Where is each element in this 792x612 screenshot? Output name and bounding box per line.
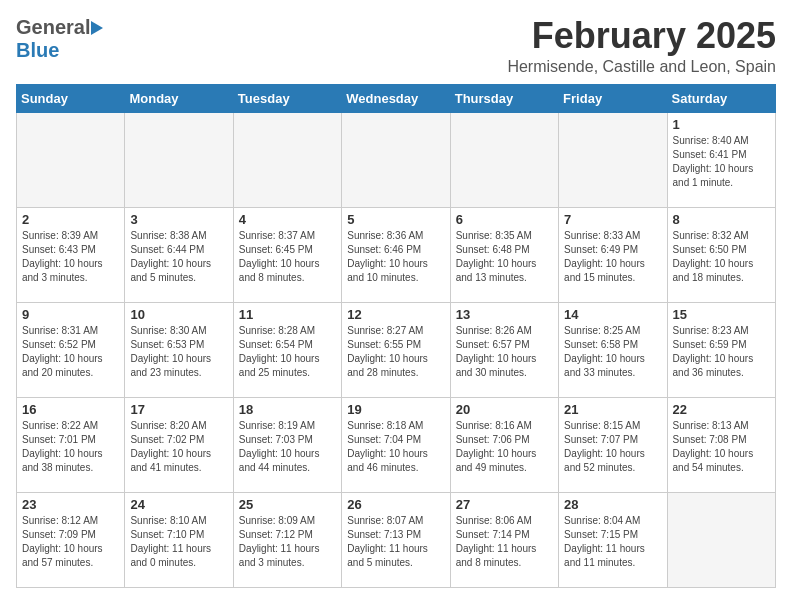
day-info: Sunrise: 8:22 AM Sunset: 7:01 PM Dayligh… [22, 419, 119, 475]
day-info: Sunrise: 8:20 AM Sunset: 7:02 PM Dayligh… [130, 419, 227, 475]
day-info: Sunrise: 8:32 AM Sunset: 6:50 PM Dayligh… [673, 229, 770, 285]
month-title: February 2025 [507, 16, 776, 56]
day-info: Sunrise: 8:18 AM Sunset: 7:04 PM Dayligh… [347, 419, 444, 475]
calendar-day-cell: 8Sunrise: 8:32 AM Sunset: 6:50 PM Daylig… [667, 207, 775, 302]
calendar-day-cell: 27Sunrise: 8:06 AM Sunset: 7:14 PM Dayli… [450, 492, 558, 587]
calendar-header-row: SundayMondayTuesdayWednesdayThursdayFrid… [17, 84, 776, 112]
calendar-day-cell [667, 492, 775, 587]
day-number: 17 [130, 402, 227, 417]
calendar-day-cell: 17Sunrise: 8:20 AM Sunset: 7:02 PM Dayli… [125, 397, 233, 492]
day-info: Sunrise: 8:16 AM Sunset: 7:06 PM Dayligh… [456, 419, 553, 475]
calendar-day-cell: 13Sunrise: 8:26 AM Sunset: 6:57 PM Dayli… [450, 302, 558, 397]
day-info: Sunrise: 8:31 AM Sunset: 6:52 PM Dayligh… [22, 324, 119, 380]
logo: General Blue [16, 16, 103, 62]
calendar-day-cell: 25Sunrise: 8:09 AM Sunset: 7:12 PM Dayli… [233, 492, 341, 587]
day-number: 26 [347, 497, 444, 512]
day-number: 16 [22, 402, 119, 417]
day-info: Sunrise: 8:36 AM Sunset: 6:46 PM Dayligh… [347, 229, 444, 285]
calendar-day-cell: 9Sunrise: 8:31 AM Sunset: 6:52 PM Daylig… [17, 302, 125, 397]
weekday-header-saturday: Saturday [667, 84, 775, 112]
day-number: 22 [673, 402, 770, 417]
calendar-day-cell: 11Sunrise: 8:28 AM Sunset: 6:54 PM Dayli… [233, 302, 341, 397]
weekday-header-tuesday: Tuesday [233, 84, 341, 112]
calendar-day-cell: 18Sunrise: 8:19 AM Sunset: 7:03 PM Dayli… [233, 397, 341, 492]
weekday-header-monday: Monday [125, 84, 233, 112]
day-number: 19 [347, 402, 444, 417]
weekday-header-sunday: Sunday [17, 84, 125, 112]
day-number: 6 [456, 212, 553, 227]
day-number: 25 [239, 497, 336, 512]
day-info: Sunrise: 8:23 AM Sunset: 6:59 PM Dayligh… [673, 324, 770, 380]
day-number: 4 [239, 212, 336, 227]
day-info: Sunrise: 8:27 AM Sunset: 6:55 PM Dayligh… [347, 324, 444, 380]
day-number: 5 [347, 212, 444, 227]
day-number: 28 [564, 497, 661, 512]
calendar-day-cell [233, 112, 341, 207]
day-number: 7 [564, 212, 661, 227]
calendar-day-cell: 4Sunrise: 8:37 AM Sunset: 6:45 PM Daylig… [233, 207, 341, 302]
day-info: Sunrise: 8:13 AM Sunset: 7:08 PM Dayligh… [673, 419, 770, 475]
calendar-day-cell: 14Sunrise: 8:25 AM Sunset: 6:58 PM Dayli… [559, 302, 667, 397]
day-info: Sunrise: 8:26 AM Sunset: 6:57 PM Dayligh… [456, 324, 553, 380]
weekday-header-friday: Friday [559, 84, 667, 112]
day-number: 15 [673, 307, 770, 322]
calendar-day-cell: 26Sunrise: 8:07 AM Sunset: 7:13 PM Dayli… [342, 492, 450, 587]
day-info: Sunrise: 8:04 AM Sunset: 7:15 PM Dayligh… [564, 514, 661, 570]
calendar-day-cell [125, 112, 233, 207]
calendar-day-cell: 5Sunrise: 8:36 AM Sunset: 6:46 PM Daylig… [342, 207, 450, 302]
calendar-day-cell: 16Sunrise: 8:22 AM Sunset: 7:01 PM Dayli… [17, 397, 125, 492]
day-info: Sunrise: 8:09 AM Sunset: 7:12 PM Dayligh… [239, 514, 336, 570]
day-number: 2 [22, 212, 119, 227]
calendar-day-cell: 24Sunrise: 8:10 AM Sunset: 7:10 PM Dayli… [125, 492, 233, 587]
calendar-day-cell [450, 112, 558, 207]
day-info: Sunrise: 8:40 AM Sunset: 6:41 PM Dayligh… [673, 134, 770, 190]
calendar-day-cell: 2Sunrise: 8:39 AM Sunset: 6:43 PM Daylig… [17, 207, 125, 302]
day-number: 13 [456, 307, 553, 322]
logo-blue: Blue [16, 39, 59, 61]
day-number: 3 [130, 212, 227, 227]
day-number: 11 [239, 307, 336, 322]
calendar-day-cell: 12Sunrise: 8:27 AM Sunset: 6:55 PM Dayli… [342, 302, 450, 397]
weekday-header-thursday: Thursday [450, 84, 558, 112]
calendar-day-cell [17, 112, 125, 207]
day-number: 1 [673, 117, 770, 132]
day-number: 21 [564, 402, 661, 417]
day-info: Sunrise: 8:25 AM Sunset: 6:58 PM Dayligh… [564, 324, 661, 380]
calendar-day-cell [559, 112, 667, 207]
page-header: General Blue February 2025 Hermisende, C… [16, 16, 776, 76]
calendar-day-cell: 22Sunrise: 8:13 AM Sunset: 7:08 PM Dayli… [667, 397, 775, 492]
day-info: Sunrise: 8:28 AM Sunset: 6:54 PM Dayligh… [239, 324, 336, 380]
calendar-week-row: 2Sunrise: 8:39 AM Sunset: 6:43 PM Daylig… [17, 207, 776, 302]
day-number: 27 [456, 497, 553, 512]
calendar-day-cell: 15Sunrise: 8:23 AM Sunset: 6:59 PM Dayli… [667, 302, 775, 397]
day-info: Sunrise: 8:07 AM Sunset: 7:13 PM Dayligh… [347, 514, 444, 570]
day-info: Sunrise: 8:33 AM Sunset: 6:49 PM Dayligh… [564, 229, 661, 285]
day-number: 14 [564, 307, 661, 322]
weekday-header-wednesday: Wednesday [342, 84, 450, 112]
day-number: 18 [239, 402, 336, 417]
day-number: 9 [22, 307, 119, 322]
day-info: Sunrise: 8:39 AM Sunset: 6:43 PM Dayligh… [22, 229, 119, 285]
day-info: Sunrise: 8:12 AM Sunset: 7:09 PM Dayligh… [22, 514, 119, 570]
calendar-day-cell: 10Sunrise: 8:30 AM Sunset: 6:53 PM Dayli… [125, 302, 233, 397]
logo-general: General [16, 16, 90, 39]
day-number: 12 [347, 307, 444, 322]
calendar-day-cell: 28Sunrise: 8:04 AM Sunset: 7:15 PM Dayli… [559, 492, 667, 587]
calendar-week-row: 23Sunrise: 8:12 AM Sunset: 7:09 PM Dayli… [17, 492, 776, 587]
day-info: Sunrise: 8:06 AM Sunset: 7:14 PM Dayligh… [456, 514, 553, 570]
day-info: Sunrise: 8:10 AM Sunset: 7:10 PM Dayligh… [130, 514, 227, 570]
day-number: 23 [22, 497, 119, 512]
day-info: Sunrise: 8:15 AM Sunset: 7:07 PM Dayligh… [564, 419, 661, 475]
day-info: Sunrise: 8:19 AM Sunset: 7:03 PM Dayligh… [239, 419, 336, 475]
day-info: Sunrise: 8:37 AM Sunset: 6:45 PM Dayligh… [239, 229, 336, 285]
calendar-day-cell [342, 112, 450, 207]
day-number: 8 [673, 212, 770, 227]
day-number: 24 [130, 497, 227, 512]
calendar-day-cell: 21Sunrise: 8:15 AM Sunset: 7:07 PM Dayli… [559, 397, 667, 492]
calendar-week-row: 9Sunrise: 8:31 AM Sunset: 6:52 PM Daylig… [17, 302, 776, 397]
calendar-day-cell: 6Sunrise: 8:35 AM Sunset: 6:48 PM Daylig… [450, 207, 558, 302]
calendar-day-cell: 23Sunrise: 8:12 AM Sunset: 7:09 PM Dayli… [17, 492, 125, 587]
day-number: 10 [130, 307, 227, 322]
location-title: Hermisende, Castille and Leon, Spain [507, 58, 776, 76]
day-info: Sunrise: 8:35 AM Sunset: 6:48 PM Dayligh… [456, 229, 553, 285]
